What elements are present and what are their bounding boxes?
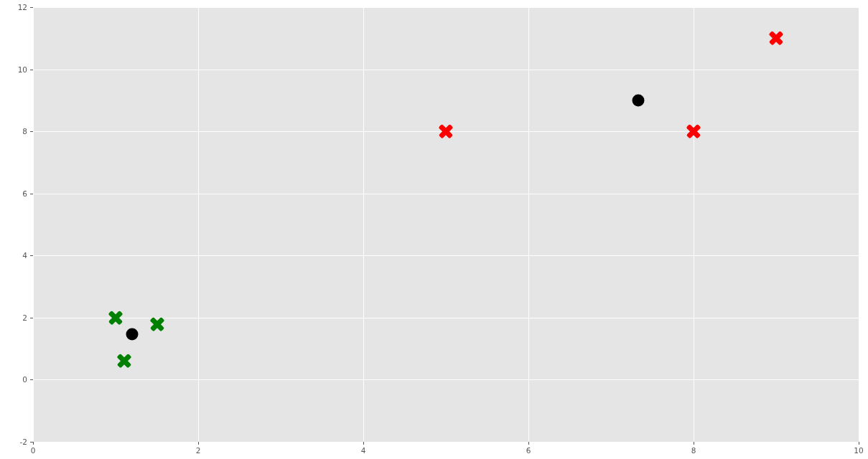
y-tick-label: 2 [22, 313, 27, 322]
cluster-b-marker-x-icon [768, 30, 784, 46]
gridline-vertical [198, 7, 199, 442]
y-tick-mark [30, 255, 33, 256]
y-tick-mark [30, 318, 33, 318]
gridline-horizontal [33, 70, 859, 70]
x-tick-mark [33, 442, 34, 445]
gridline-vertical [33, 7, 34, 442]
cluster-a-marker-x-icon [149, 316, 165, 332]
x-tick-mark [198, 442, 199, 445]
y-tick-mark [30, 70, 33, 70]
gridline-horizontal [33, 255, 859, 256]
x-tick-mark [859, 442, 859, 445]
x-tick-label: 8 [691, 446, 696, 455]
x-tick-label: 6 [526, 446, 531, 455]
y-tick-mark [30, 379, 33, 380]
gridline-vertical [694, 7, 694, 442]
gridline-horizontal [33, 194, 859, 194]
gridline-horizontal [33, 379, 859, 380]
y-tick-label: 8 [22, 127, 27, 136]
plot-area [33, 7, 859, 442]
y-tick-mark [30, 7, 33, 8]
y-tick-label: 0 [22, 375, 27, 384]
x-tick-label: 10 [854, 446, 863, 455]
x-tick-label: 2 [196, 446, 201, 455]
y-tick-label: 6 [22, 189, 27, 198]
x-tick-label: 4 [361, 446, 366, 455]
gridline-horizontal [33, 7, 859, 8]
scatter-chart: 0246810-2024681012 [0, 0, 868, 459]
cluster-b-marker-x-icon [686, 123, 701, 139]
gridline-horizontal [33, 442, 859, 443]
gridline-vertical [528, 7, 529, 442]
y-tick-mark [30, 194, 33, 194]
y-tick-label: 12 [18, 3, 27, 11]
y-tick-mark [30, 442, 33, 443]
x-tick-mark [528, 442, 529, 445]
x-tick-mark [363, 442, 364, 445]
gridline-vertical [859, 7, 859, 442]
gridline-vertical [363, 7, 364, 442]
y-tick-label: -2 [20, 437, 27, 446]
y-tick-mark [30, 131, 33, 132]
cluster-a-marker-x-icon [116, 353, 132, 369]
y-tick-label: 10 [18, 65, 27, 74]
x-tick-label: 0 [31, 446, 36, 455]
y-tick-label: 4 [22, 251, 27, 260]
centroids-marker-dot-icon [126, 328, 139, 340]
x-tick-mark [694, 442, 694, 445]
cluster-b-marker-x-icon [438, 123, 454, 139]
cluster-a-marker-x-icon [108, 310, 123, 326]
centroids-marker-dot-icon [632, 94, 644, 106]
